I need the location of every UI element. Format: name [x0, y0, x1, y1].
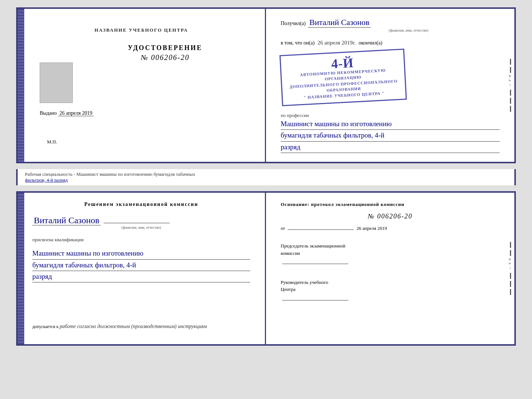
recipient-sublabel: (фамилия, имя, отчество): [317, 28, 500, 32]
profession-block: по профессии Машинист машины по изготовл…: [281, 112, 500, 153]
side-mark-5: [510, 106, 511, 112]
profession-value-3: разряд: [281, 142, 500, 153]
side-marks-bottom-right: и а ←: [506, 193, 514, 344]
side-mark-b1: [510, 242, 511, 248]
protocol-date-row: от 26 апреля 2019: [281, 225, 500, 231]
person-sublabel: (фамилия, имя, отчество): [32, 225, 250, 229]
chairman-label-text: Председатель экзаменационной комиссии: [281, 243, 345, 256]
certificate-word: УДОСТОВЕРЕНИЕ: [80, 44, 250, 52]
date-row: в том, что он(а) 26 апреля 2019г. окончи…: [281, 40, 500, 46]
allowed-value: работе согласно должностным (производств…: [60, 324, 207, 329]
side-mark-text-i: и: [508, 75, 513, 77]
bottom-certificate: Решением экзаменационной комиссии Витали…: [16, 191, 516, 346]
side-mark-bottom-arrow: ←: [508, 267, 513, 271]
qualification-line3: разряд: [32, 271, 250, 282]
received-label: Получил(а): [281, 21, 306, 26]
completion-date: 26 апреля 2019г.: [317, 40, 356, 46]
qualification-line2: бумагидля табачных фильтров, 4-й: [32, 260, 250, 271]
photo-placeholder: [40, 63, 73, 103]
side-mark-bottom-a: а: [508, 263, 513, 264]
decision-title: Решением экзаменационной комиссии: [32, 202, 250, 207]
person-name: Виталий Сазонов: [32, 215, 101, 225]
chairman-signature-line: [281, 259, 500, 266]
director-block: Руководитель учебного Центра: [281, 279, 500, 303]
certificate-title-block: УДОСТОВЕРЕНИЕ № 006206-20: [80, 44, 250, 62]
finished-label: окончил(а): [359, 40, 382, 46]
top-certificate: НАЗВАНИЕ УЧЕБНОГО ЦЕНТРА УДОСТОВЕРЕНИЕ №…: [16, 7, 516, 163]
qualification-line1: Машинист машины по изготовлению: [32, 248, 250, 259]
side-mark-b3: [510, 273, 511, 279]
side-mark-b5: [510, 289, 511, 295]
allowed-block: допускается к работе согласно должностны…: [32, 324, 250, 335]
top-cert-right-page: Получил(а) Виталий Сазонов (фамилия, имя…: [266, 9, 514, 162]
side-mark-2: [510, 67, 511, 73]
profession-value-2: бумагидля табачных фильтров, 4-й: [281, 130, 500, 141]
issued-date: 26 апреля 2019: [58, 110, 94, 116]
label-strip-text: Рабочая специальность - Машинист машины …: [25, 171, 195, 177]
stamp-block: 4-Й АВТОНОМНУЮ НЕКОММЕРЧЕСКУЮ ОРГАНИЗАЦИ…: [280, 49, 407, 106]
spine-decoration-bottom-left: [18, 193, 24, 344]
person-block: Виталий Сазонов (фамилия, имя, отчество): [32, 215, 250, 229]
side-mark-b2: [510, 250, 511, 256]
side-marks-right: и а ←: [506, 9, 514, 162]
issued-block: Выдано 26 апреля 2019: [40, 110, 250, 116]
certificate-number: № 006206-20: [80, 53, 250, 62]
protocol-date-value: 26 апреля 2019: [357, 225, 387, 231]
in-that-label: в том, что он(а): [281, 40, 314, 46]
label-strip: Рабочая специальность - Машинист машины …: [16, 169, 516, 185]
profession-label: по профессии: [281, 113, 309, 118]
issued-label: Выдано: [40, 110, 57, 116]
stamp-line3: ДОПОЛНИТЕЛЬНОГО ПРОФЕССИОНАЛЬНОГО ОБРАЗО…: [290, 79, 398, 93]
side-mark-4: [510, 98, 511, 104]
person-name-line: [104, 223, 170, 223]
protocol-date-prefix: от: [281, 225, 285, 231]
assigned-label: присвоена квалификация: [32, 237, 250, 243]
side-mark-1: [510, 59, 511, 65]
side-mark-text-arrow: ←: [508, 83, 513, 88]
chairman-block: Председатель экзаменационной комиссии: [281, 242, 500, 266]
basis-label: Основание: протокол экзаменационной коми…: [281, 202, 500, 207]
side-mark-text-a: а: [508, 79, 513, 81]
side-mark-bottom-i: и: [508, 258, 513, 260]
protocol-date-line: [288, 229, 354, 230]
protocol-number: № 006206-20: [281, 213, 500, 220]
label-strip-underlined: фильтров, 4-й разряд: [25, 177, 68, 183]
director-label-text: Руководитель учебного Центра: [281, 279, 328, 292]
spine-decoration-left: [18, 9, 24, 162]
qualification-block: Машинист машины по изготовлению бумагидл…: [32, 248, 250, 282]
side-mark-3: [510, 90, 511, 96]
recipient-name: Виталий Сазонов: [308, 18, 371, 28]
bottom-cert-left-page: Решением экзаменационной комиссии Витали…: [18, 193, 266, 344]
allowed-label-text: допускается к: [32, 324, 58, 329]
director-signature-line: [281, 295, 500, 303]
mp-label: М.П.: [40, 139, 57, 148]
top-cert-left-page: НАЗВАНИЕ УЧЕБНОГО ЦЕНТРА УДОСТОВЕРЕНИЕ №…: [18, 9, 266, 162]
stamp-line4: " НАЗВАНИЕ УЧЕБНОГО ЦЕНТРА ": [303, 91, 385, 100]
training-center-name-top: НАЗВАНИЕ УЧЕБНОГО ЦЕНТРА: [94, 27, 188, 33]
recipient-line: Получил(а) Виталий Сазонов (фамилия, имя…: [281, 18, 500, 32]
profession-value-1: Машинист машины по изготовлению: [281, 118, 500, 130]
side-mark-b4: [510, 281, 511, 287]
bottom-cert-right-page: Основание: протокол экзаменационной коми…: [266, 193, 514, 344]
